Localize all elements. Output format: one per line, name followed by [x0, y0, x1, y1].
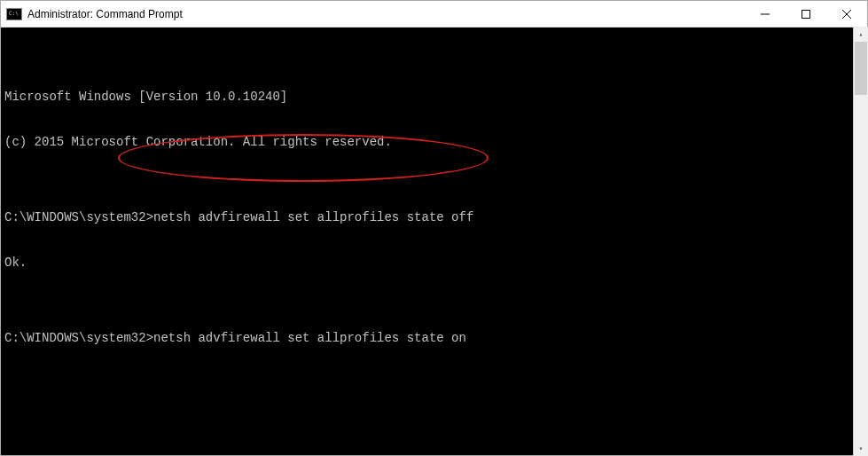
- terminal-content: Microsoft Windows [Version 10.0.10240] (…: [4, 59, 864, 391]
- window-controls: [745, 1, 867, 27]
- output-line: C:\WINDOWS\system32>netsh advfirewall se…: [4, 210, 864, 225]
- vertical-scrollbar[interactable]: ▴ ▾: [853, 27, 868, 456]
- minimize-button[interactable]: [745, 1, 786, 27]
- svg-rect-1: [802, 10, 810, 18]
- output-line: (c) 2015 Microsoft Corporation. All righ…: [4, 135, 864, 150]
- output-line: Ok.: [4, 256, 864, 271]
- output-line: Microsoft Windows [Version 10.0.10240]: [4, 90, 864, 105]
- app-icon: C:\: [6, 8, 22, 20]
- scrollbar-thumb[interactable]: [855, 42, 867, 95]
- command-prompt-window: C:\ Administrator: Command Prompt Micros…: [0, 0, 868, 456]
- maximize-icon: [802, 10, 810, 19]
- window-title: Administrator: Command Prompt: [27, 8, 745, 20]
- scroll-down-arrow[interactable]: ▾: [854, 441, 868, 456]
- close-button[interactable]: [826, 1, 867, 27]
- titlebar[interactable]: C:\ Administrator: Command Prompt: [1, 1, 867, 28]
- output-line: C:\WINDOWS\system32>netsh advfirewall se…: [4, 331, 864, 346]
- scroll-up-arrow[interactable]: ▴: [854, 27, 868, 42]
- terminal-output[interactable]: Microsoft Windows [Version 10.0.10240] (…: [1, 28, 867, 455]
- minimize-icon: [761, 10, 770, 19]
- close-icon: [842, 10, 851, 19]
- maximize-button[interactable]: [786, 1, 826, 27]
